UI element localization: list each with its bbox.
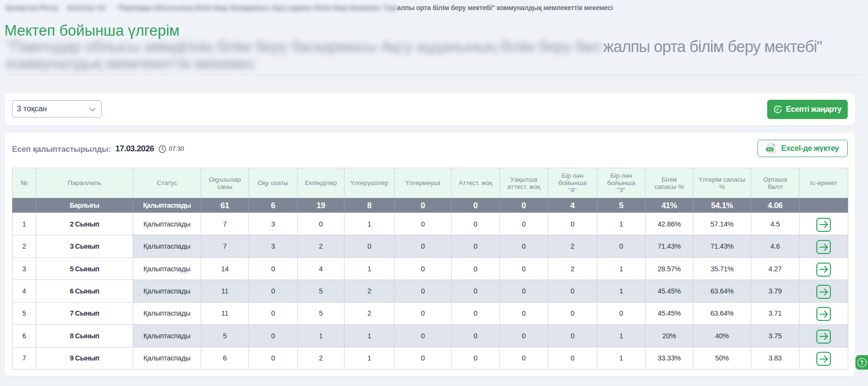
svg-text:XLS: XLS — [768, 148, 772, 151]
